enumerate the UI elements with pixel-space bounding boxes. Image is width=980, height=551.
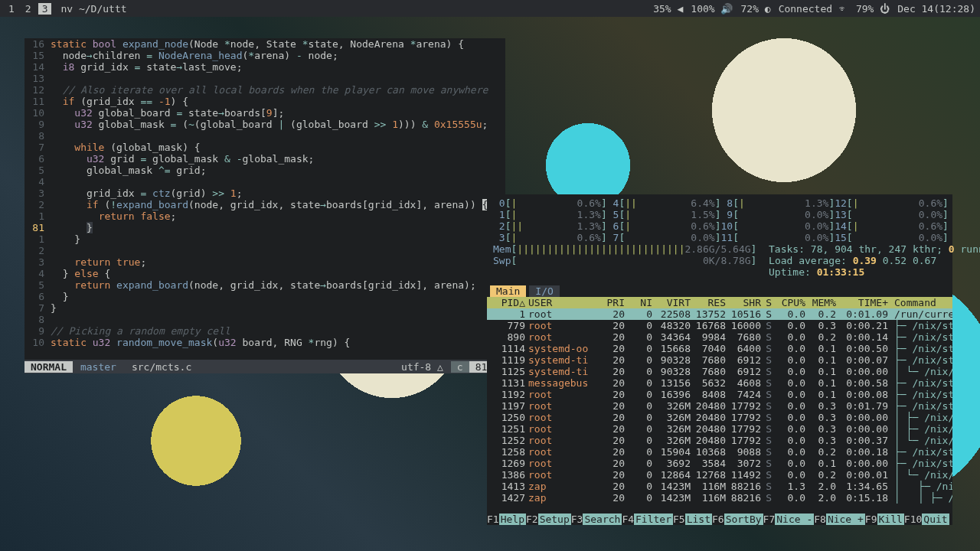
- column-time[interactable]: TIME+: [836, 297, 888, 308]
- fkey-f2[interactable]: F2Setup: [526, 514, 571, 525]
- column-s[interactable]: S: [761, 297, 772, 308]
- column-cmd[interactable]: Command: [888, 297, 952, 308]
- workspaces: 123: [5, 3, 51, 15]
- workspace-3[interactable]: 3: [38, 3, 52, 15]
- fkey-f5[interactable]: F5List: [673, 514, 712, 525]
- process-row[interactable]: 1131messagebus2001315656324608S0.00.10:0…: [487, 377, 952, 389]
- status-line: NORMAL master src/mcts.c utf-8 △ c 81/1: [24, 360, 505, 373]
- workspace-2[interactable]: 2: [21, 3, 35, 15]
- process-row[interactable]: 1258root20015904103689088S0.00.20:00.18├…: [487, 446, 952, 458]
- htop-tabs: MainI/O: [487, 285, 952, 297]
- process-row[interactable]: 1197root200326M2048017792S0.00.30:01.79├…: [487, 400, 952, 412]
- process-header[interactable]: PID△USERPRINIVIRTRESSHRSCPU%MEM%TIME+Com…: [487, 297, 952, 308]
- column-virt[interactable]: VIRT: [652, 297, 691, 308]
- encoding: utf-8 △: [394, 361, 451, 373]
- code-area[interactable]: static bool expand_node(Node *node, Stat…: [51, 38, 505, 360]
- function-keys: F1HelpF2SetupF3SearchF4FilterF5List F6So…: [487, 514, 952, 525]
- fkey-f7[interactable]: F7Nice -: [763, 514, 815, 525]
- memory-meter: Mem[||||||||||||||||||||||||||||2.86G/5.…: [493, 243, 946, 255]
- line-number-gutter: 161514131211109876543218112345678910: [24, 38, 51, 360]
- fkey-f9[interactable]: F9Kill: [865, 514, 904, 525]
- process-row[interactable]: 1119systemd-ti2009032876806912S0.00.10:0…: [487, 354, 952, 366]
- column-cpu[interactable]: CPU%: [772, 297, 805, 308]
- clock: Dec 14(12:28): [897, 3, 975, 15]
- fkey-f1[interactable]: F1Help: [487, 514, 526, 525]
- process-row[interactable]: 1125systemd-ti2009032876806912S0.00.10:0…: [487, 366, 952, 377]
- wifi-strength: 79% ⏻: [856, 3, 890, 15]
- fkey-f4[interactable]: F4Filter: [622, 514, 673, 525]
- column-user[interactable]: USER: [525, 297, 594, 308]
- process-row[interactable]: 1427zap2001423M116M88216S0.02.00:15.18│ …: [487, 492, 952, 504]
- git-branch: master: [73, 361, 124, 373]
- column-res[interactable]: RES: [691, 297, 726, 308]
- column-pid[interactable]: PID△: [487, 297, 525, 308]
- vim-mode: NORMAL: [24, 361, 73, 373]
- editor-window[interactable]: 161514131211109876543218112345678910 sta…: [24, 38, 505, 373]
- workspace-1[interactable]: 1: [5, 3, 18, 15]
- tab-main[interactable]: Main: [490, 285, 526, 297]
- column-pri[interactable]: PRI: [594, 297, 625, 308]
- process-row[interactable]: 1251root200326M2048017792S0.00.30:00.00│…: [487, 423, 952, 435]
- fkey-f3[interactable]: F3Search: [571, 514, 622, 525]
- network-status: Connected ᯤ: [779, 3, 848, 15]
- swap-meter: Swp[ 0K/8.78G] Load average: 0.39 0.52 0…: [493, 255, 946, 266]
- filetype: c: [451, 361, 469, 373]
- fkey-f6[interactable]: F6SortBy: [712, 514, 763, 525]
- topbar: 123 nv ~/D/uttt 35% ◀ 100% 🔊 72% ◐ Conne…: [0, 0, 980, 17]
- process-row[interactable]: 1250root200326M2048017792S0.00.30:00.00│…: [487, 412, 952, 423]
- window-title: nv ~/D/uttt: [60, 3, 126, 15]
- file-path: src/mcts.c: [124, 361, 199, 373]
- battery-indicator: 35% ◀: [653, 3, 683, 15]
- fkey-f8[interactable]: F8Nice +: [814, 514, 865, 525]
- column-shr[interactable]: SHR: [726, 297, 761, 308]
- volume-indicator: 100% 🔊: [691, 3, 733, 15]
- process-row[interactable]: 1413zap2001423M116M88216S1.32.01:34.65│ …: [487, 481, 952, 492]
- process-row[interactable]: 890root2003436499847680S0.00.20:00.14├─ …: [487, 331, 952, 343]
- tab-i/o[interactable]: I/O: [529, 285, 559, 297]
- process-row[interactable]: 1386root200128641276811492S0.00.20:00.01…: [487, 469, 952, 481]
- process-row[interactable]: 1252root200326M2048017792S0.00.30:00.37│…: [487, 435, 952, 446]
- htop-window[interactable]: 0[| 0.6%] 4[|| 6.4%] 8[| 1.3%]12[| 0.6%]…: [487, 194, 952, 525]
- process-row[interactable]: 1269root200369235843072S0.00.10:00.00├─ …: [487, 458, 952, 469]
- process-row[interactable]: 1114systemd-oo2001566870406400S0.00.10:0…: [487, 343, 952, 354]
- process-row[interactable]: 1root200225081375210516S0.00.20:01.09/ru…: [487, 308, 952, 320]
- process-list[interactable]: 1root200225081375210516S0.00.20:01.09/ru…: [487, 308, 952, 514]
- fkey-f10[interactable]: F10Quit: [904, 514, 949, 525]
- process-row[interactable]: 779root200483201676816000S0.00.30:00.21├…: [487, 320, 952, 331]
- brightness-indicator: 72% ◐: [741, 3, 771, 15]
- process-row[interactable]: 1192root2001639684087424S0.00.10:00.08├─…: [487, 389, 952, 400]
- cpu-meters: 0[| 0.6%] 4[|| 6.4%] 8[| 1.3%]12[| 0.6%]…: [487, 197, 952, 243]
- column-ni[interactable]: NI: [625, 297, 652, 308]
- column-mem[interactable]: MEM%: [805, 297, 836, 308]
